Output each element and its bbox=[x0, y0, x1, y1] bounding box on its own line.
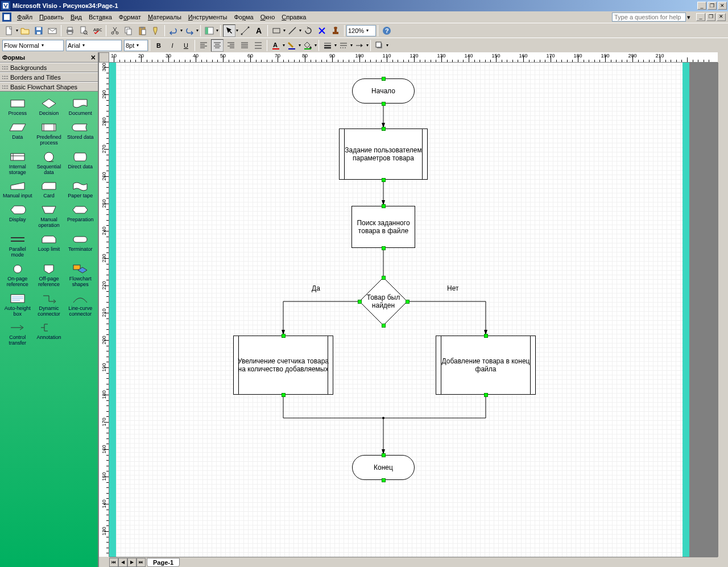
font-combo[interactable]: Arial▾ bbox=[66, 40, 122, 51]
page-tab[interactable]: Page-1 bbox=[147, 558, 180, 567]
shape-internal[interactable]: Internal storage bbox=[2, 150, 32, 177]
align-left-button[interactable] bbox=[197, 39, 210, 52]
fontsize-combo[interactable]: 8pt▾ bbox=[124, 40, 148, 51]
text-tool[interactable]: A bbox=[253, 24, 265, 37]
align-center-button[interactable] bbox=[211, 39, 224, 52]
line-color-dropdown[interactable]: ▾ bbox=[299, 43, 301, 48]
shape-flowchart-shapes[interactable]: Flowchart shapes bbox=[65, 262, 96, 289]
underline-button[interactable]: U bbox=[180, 39, 192, 52]
copy-button[interactable] bbox=[122, 24, 135, 37]
shape-predefined[interactable]: Predefined process bbox=[34, 120, 64, 147]
line-color-button[interactable] bbox=[286, 39, 298, 52]
canvas[interactable]: Начало Задание пользователем параметров … bbox=[109, 63, 718, 557]
bold-button[interactable]: B bbox=[152, 39, 165, 52]
flowchart-step2[interactable]: Поиск заданного товара в файле bbox=[351, 206, 415, 248]
vertical-scrollbar[interactable] bbox=[718, 63, 728, 557]
shape-document[interactable]: Document bbox=[65, 96, 96, 118]
save-button[interactable] bbox=[32, 24, 45, 37]
flowchart-append[interactable]: Добавление товара в конец файла bbox=[436, 336, 536, 395]
shape-paper-tape[interactable]: Paper tape bbox=[65, 179, 96, 200]
shape-direct[interactable]: Direct data bbox=[65, 150, 96, 177]
rectangle-dropdown[interactable]: ▾ bbox=[283, 28, 286, 33]
shape-offpage-ref[interactable]: Off-page reference bbox=[34, 262, 64, 289]
flowchart-decision[interactable]: Товар был найден bbox=[359, 278, 407, 325]
flowchart-start[interactable]: Начало bbox=[352, 78, 415, 104]
distribute-button[interactable] bbox=[252, 39, 264, 52]
redo-button[interactable] bbox=[183, 24, 196, 37]
shape-decision[interactable]: Decision bbox=[34, 96, 64, 118]
email-button[interactable] bbox=[46, 24, 59, 37]
fill-color-button[interactable] bbox=[301, 39, 314, 52]
menu-view[interactable]: Вид bbox=[67, 13, 85, 22]
fill-color-dropdown[interactable]: ▾ bbox=[315, 43, 317, 48]
new-dropdown[interactable]: ▾ bbox=[16, 28, 18, 33]
shape-process[interactable]: Process bbox=[2, 96, 32, 118]
shape-loop-limit[interactable]: Loop limit bbox=[34, 232, 64, 259]
vertical-ruler[interactable]: 3002902802702602502402302202102001901801… bbox=[99, 63, 109, 557]
shape-auto-height[interactable]: Auto-height box bbox=[2, 291, 32, 318]
paste-button[interactable] bbox=[136, 24, 148, 37]
shadow-dropdown[interactable]: ▾ bbox=[386, 43, 388, 48]
undo-button[interactable] bbox=[167, 24, 180, 37]
line-ends-dropdown[interactable]: ▾ bbox=[366, 43, 369, 48]
print-button[interactable] bbox=[64, 24, 76, 37]
shape-preparation[interactable]: Preparation bbox=[65, 202, 96, 230]
line-pattern-button[interactable] bbox=[337, 39, 350, 52]
print-preview-button[interactable] bbox=[77, 24, 90, 37]
shape-onpage-ref[interactable]: On-page reference bbox=[2, 262, 32, 289]
menu-tools[interactable]: Инструменты bbox=[185, 13, 231, 22]
shape-dynamic-conn[interactable]: Dynamic connector bbox=[34, 291, 64, 318]
zoom-combo[interactable]: 120%▾ bbox=[346, 25, 376, 36]
stencil-backgrounds[interactable]: Backgrounds bbox=[0, 63, 98, 72]
align-right-button[interactable] bbox=[225, 39, 237, 52]
connection-point-tool[interactable] bbox=[316, 24, 328, 37]
shape-terminator[interactable]: Terminator bbox=[65, 232, 96, 259]
shape-manual-op[interactable]: Manual operation bbox=[34, 202, 64, 230]
stamp-tool[interactable] bbox=[329, 24, 342, 37]
shadow-button[interactable] bbox=[373, 39, 386, 52]
font-color-button[interactable]: A bbox=[270, 39, 282, 52]
shape-annotation[interactable]: Annotation bbox=[34, 320, 64, 347]
rotate-tool[interactable] bbox=[302, 24, 315, 37]
close-button[interactable]: ✕ bbox=[718, 2, 727, 10]
rectangle-tool[interactable] bbox=[270, 24, 283, 37]
menu-window[interactable]: Окно bbox=[257, 13, 279, 22]
line-weight-button[interactable] bbox=[321, 39, 334, 52]
font-color-dropdown[interactable]: ▾ bbox=[283, 43, 285, 48]
help-search-box[interactable] bbox=[612, 13, 686, 22]
shape-data[interactable]: Data bbox=[2, 120, 32, 147]
style-combo[interactable]: Flow Normal▾ bbox=[2, 40, 64, 51]
tab-last[interactable]: ⏭ bbox=[136, 558, 146, 567]
connector-tool[interactable] bbox=[239, 24, 251, 37]
shapes-window-button[interactable] bbox=[203, 24, 216, 37]
shape-display[interactable]: Display bbox=[2, 202, 32, 230]
help-button[interactable]: ? bbox=[380, 24, 393, 37]
tab-first[interactable]: ⏮ bbox=[109, 558, 118, 567]
shape-line-curve[interactable]: Line-curve connector bbox=[65, 291, 96, 318]
spellcheck-button[interactable]: ABC bbox=[91, 24, 104, 37]
flowchart-step1[interactable]: Задание пользователем параметров товара bbox=[339, 129, 428, 180]
undo-dropdown[interactable]: ▾ bbox=[180, 28, 183, 33]
horizontal-ruler[interactable]: 1020304050607080901001101201301401501601… bbox=[109, 52, 718, 63]
line-weight-dropdown[interactable]: ▾ bbox=[334, 43, 337, 48]
shape-control-transfer[interactable]: Control transfer bbox=[2, 320, 32, 347]
redo-dropdown[interactable]: ▾ bbox=[196, 28, 198, 33]
italic-button[interactable]: I bbox=[166, 39, 179, 52]
shapes-panel-close[interactable]: × bbox=[91, 53, 96, 62]
flowchart-end[interactable]: Конец bbox=[352, 455, 415, 480]
line-dropdown[interactable]: ▾ bbox=[299, 28, 301, 33]
line-ends-button[interactable] bbox=[353, 39, 366, 52]
doc-minimize-button[interactable]: _ bbox=[696, 13, 705, 21]
pointer-tool[interactable] bbox=[223, 24, 235, 37]
shape-manual-input[interactable]: Manual input bbox=[2, 179, 32, 200]
align-justify-button[interactable] bbox=[238, 39, 251, 52]
menu-help[interactable]: Справка bbox=[278, 13, 309, 22]
restore-button[interactable]: ❐ bbox=[708, 2, 717, 10]
shape-stored[interactable]: Stored data bbox=[65, 120, 96, 147]
tab-next[interactable]: ▶ bbox=[127, 558, 136, 567]
menu-materials[interactable]: Материалы bbox=[144, 13, 185, 22]
menu-insert[interactable]: Вставка bbox=[85, 13, 115, 22]
shape-parallel[interactable]: Parallel mode bbox=[2, 232, 32, 259]
menu-file[interactable]: Файл bbox=[14, 13, 36, 22]
open-button[interactable] bbox=[19, 24, 31, 37]
